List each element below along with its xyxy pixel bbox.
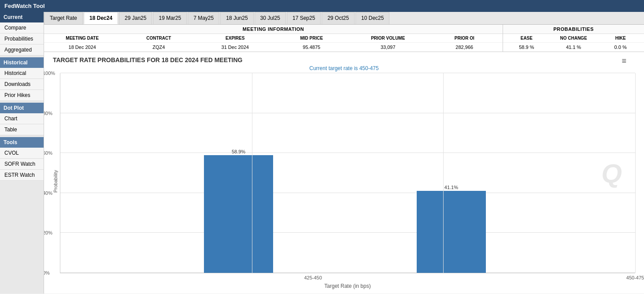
val-meeting-date: 18 Dec 2024 (44, 43, 121, 52)
sidebar-item-aggregated[interactable]: Aggregated (0, 45, 44, 56)
tab-10dec25[interactable]: 10 Dec25 (355, 12, 389, 24)
sidebar-item-downloads[interactable]: Downloads (0, 79, 44, 90)
col-expires: EXPIRES (197, 34, 274, 43)
grid-line-0: 0% (60, 272, 635, 273)
vertical-line-2 (443, 73, 444, 273)
sidebar-item-compare[interactable]: Compare (0, 22, 44, 33)
sidebar-tools-header[interactable]: Tools (0, 137, 44, 148)
chart-plot: Q 100% 80% 60% 40% (60, 73, 635, 273)
tab-7may25[interactable]: 7 May25 (188, 12, 219, 24)
tab-17sep25[interactable]: 17 Sep25 (287, 12, 321, 24)
col-no-change: NO CHANGE (550, 34, 597, 43)
x-tick-425-450: 425-450 (169, 275, 457, 280)
grid-line-20: 20% (60, 232, 635, 233)
sidebar-dotplot-header[interactable]: Dot Plot (0, 103, 44, 113)
chart-title-row: TARGET RATE PROBABILITIES FOR 18 DEC 202… (53, 56, 635, 65)
tab-19mar25[interactable]: 19 Mar25 (153, 12, 187, 24)
vertical-line-1 (252, 73, 252, 273)
tab-18dec24[interactable]: 18 Dec24 (84, 12, 118, 24)
watermark: Q (601, 158, 622, 188)
chart-subtitle: Current target rate is 450-475 (53, 65, 635, 71)
app-header: FedWatch Tool (0, 0, 644, 12)
sidebar-item-cvol[interactable]: CVOL (0, 148, 44, 159)
y-tick-80: 80% (44, 111, 52, 116)
sidebar-item-historical[interactable]: Historical (0, 68, 44, 79)
val-contract: ZQZ4 (121, 43, 197, 52)
sidebar-historical-header[interactable]: Historical (0, 57, 44, 68)
val-no-change: 41.1 % (550, 43, 597, 52)
col-prior-volume: PRIOR VOLUME (350, 34, 426, 43)
sidebar-current-header[interactable]: Current (0, 12, 44, 22)
sidebar: Current Compare Probabilities Aggregated… (0, 12, 44, 294)
val-mid-price: 95.4875 (274, 43, 350, 52)
grid-line-80: 80% (60, 113, 635, 113)
chart-title: TARGET RATE PROBABILITIES FOR 18 DEC 202… (53, 56, 242, 63)
chart-section: TARGET RATE PROBABILITIES FOR 18 DEC 202… (44, 52, 644, 294)
col-ease: EASE (503, 34, 550, 43)
tab-target-rate[interactable]: Target Rate (44, 12, 83, 24)
sidebar-item-probabilities[interactable]: Probabilities (0, 33, 44, 45)
bar-label-425-450: 58.9% (232, 149, 245, 154)
y-axis-label: Probability (53, 73, 58, 289)
probabilities-header-row: EASE NO CHANGE HIKE (503, 34, 644, 43)
vertical-line-3 (635, 73, 636, 273)
probabilities-data-row: 58.9 % 41.1 % 0.0 % (503, 43, 644, 52)
tab-29oct25[interactable]: 29 Oct25 (322, 12, 355, 24)
meeting-info-table: MEETING INFORMATION MEETING DATE CONTRAC… (44, 25, 503, 52)
y-tick-0: 0% (44, 270, 50, 275)
probabilities-table: PROBABILITIES EASE NO CHANGE HIKE 58.9 %… (503, 25, 644, 52)
val-expires: 31 Dec 2024 (197, 43, 274, 52)
meeting-info-title: MEETING INFORMATION (44, 25, 503, 34)
probabilities-title: PROBABILITIES (503, 25, 644, 34)
sidebar-item-estr-watch[interactable]: ESTR Watch (0, 170, 44, 181)
grid-line-60: 60% (60, 153, 635, 153)
y-tick-100: 100% (44, 71, 55, 76)
val-prior-volume: 33,097 (350, 43, 426, 52)
col-prior-oi: PRIOR OI (426, 34, 503, 43)
chart-menu-icon[interactable]: ≡ (622, 56, 626, 66)
y-tick-60: 60% (44, 150, 52, 156)
val-hike: 0.0 % (597, 43, 644, 52)
tabs-bar: Target Rate 18 Dec24 29 Jan25 19 Mar25 7… (44, 12, 644, 25)
tab-18jun25[interactable]: 18 Jun25 (220, 12, 253, 24)
x-axis-label: Target Rate (in bps) (60, 283, 635, 289)
main-layout: Current Compare Probabilities Aggregated… (0, 12, 644, 294)
col-contract: CONTRACT (121, 34, 197, 43)
meeting-info-header-row: MEETING DATE CONTRACT EXPIRES MID PRICE … (44, 34, 503, 43)
tab-29jan25[interactable]: 29 Jan25 (119, 12, 152, 24)
col-mid-price: MID PRICE (274, 34, 350, 43)
y-tick-40: 40% (44, 190, 52, 196)
y-tick-20: 20% (44, 230, 52, 235)
meeting-info-data-row: 18 Dec 2024 ZQZ4 31 Dec 2024 95.4875 33,… (44, 43, 503, 52)
val-prior-oi: 282,966 (426, 43, 503, 52)
sidebar-item-sofr-watch[interactable]: SOFR Watch (0, 159, 44, 170)
meeting-info-section: MEETING INFORMATION MEETING DATE CONTRAC… (44, 25, 644, 52)
bar-label-450-475: 41.1% (444, 185, 458, 190)
col-meeting-date: MEETING DATE (44, 34, 121, 43)
sidebar-item-chart[interactable]: Chart (0, 113, 44, 124)
x-axis: 425-450 450-475 (60, 273, 635, 282)
val-ease: 58.9 % (503, 43, 550, 52)
x-tick-450-475: 450-475 (492, 275, 644, 280)
content: Target Rate 18 Dec24 29 Jan25 19 Mar25 7… (44, 12, 644, 294)
sidebar-item-prior-hikes[interactable]: Prior Hikes (0, 90, 44, 101)
grid-line-40: 40% (60, 193, 635, 193)
bar-425-450 (204, 155, 273, 273)
col-hike: HIKE (597, 34, 644, 43)
tab-30jul25[interactable]: 30 Jul25 (255, 12, 286, 24)
sidebar-item-table[interactable]: Table (0, 124, 44, 135)
grid-line-100: 100% (60, 73, 635, 73)
chart-inner: Q 100% 80% 60% 40% (60, 73, 635, 289)
app-title: FedWatch Tool (4, 3, 45, 9)
bar-450-475 (417, 191, 486, 273)
chart-container: Probability Q 100% 80% 60% (53, 73, 635, 289)
